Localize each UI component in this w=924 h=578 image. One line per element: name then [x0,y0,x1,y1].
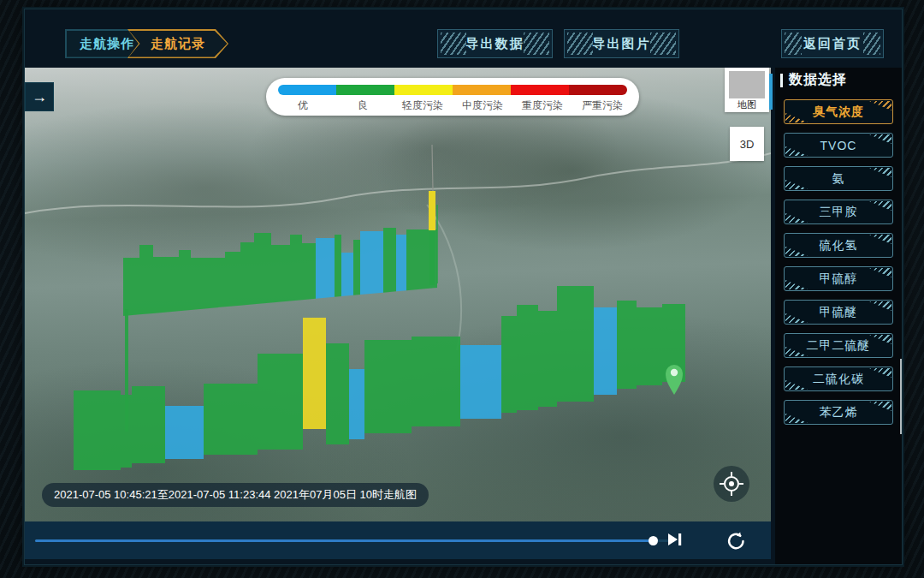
sidebar-item-label: 氨 [832,171,845,187]
progress-thumb[interactable] [649,536,658,545]
hatch-decoration [650,33,676,55]
basemap-thumbnail [729,71,765,98]
progress-track[interactable] [35,539,675,542]
replay-button[interactable] [726,532,745,549]
aqi-legend: 优 良 轻度污染 中度污染 重度污染 严重污染 [266,78,639,116]
corner-decoration [869,301,891,311]
legend-color-excellent [278,85,336,95]
back-home-label: 返回首页 [803,36,862,52]
corner-decoration [869,235,891,244]
sidebar-item-label: 二硫化碳 [813,372,864,387]
sidebar-item-label: 苯乙烯 [820,405,858,420]
pollution-wall-upper [123,228,437,316]
map-pin-icon[interactable] [666,365,683,395]
refresh-icon [726,532,745,551]
crosshair-icon [719,471,744,497]
corner-decoration [869,101,891,110]
legend-label: 中度污染 [453,98,512,113]
progress-fill [35,539,653,542]
corner-decoration [785,146,808,156]
legend-color-light [394,85,453,95]
sidebar-item-methyl-sulfide[interactable]: 甲硫醚 [784,300,893,325]
corner-decoration [785,414,808,423]
export-data-label: 导出数据 [466,36,524,52]
sidebar-item-carbon-disulfide[interactable]: 二硫化碳 [784,366,893,391]
corner-decoration [785,313,808,323]
sidebar-item-trimethylamine[interactable]: 三甲胺 [784,200,893,224]
sidebar-item-label: 臭气浓度 [813,104,864,120]
corner-decoration [785,280,808,289]
legend-label: 良 [333,98,393,113]
sidebar-scrollbar[interactable] [900,359,902,434]
corner-decoration [869,168,891,177]
legend-label: 严重污染 [572,98,632,113]
view-3d-label: 3D [740,138,755,151]
view-3d-button[interactable]: 3D [730,127,764,161]
corner-decoration [869,134,891,144]
basemap-label: 地图 [725,98,769,110]
title-bar-decoration [780,74,783,87]
sidebar-item-label: 甲硫醇 [820,271,858,287]
export-image-label: 导出图片 [593,36,651,52]
sidebar-item-odor-concentration[interactable]: 臭气浓度 [784,99,893,124]
basemap-switcher[interactable]: 地图 [725,68,769,112]
time-range-text: 2021-07-05 10:45:21至2021-07-05 11:23:44 … [54,487,417,503]
corner-decoration [785,347,808,356]
sidebar-item-tvoc[interactable]: TVOC [784,133,893,158]
corner-decoration [785,247,808,256]
corner-decoration [785,213,808,223]
export-data-button[interactable]: 导出数据 [437,29,553,58]
playback-bar [25,521,771,559]
sidebar-title-text: 数据选择 [789,71,847,89]
skip-to-end-button[interactable] [666,532,685,549]
hatch-decoration [785,33,802,55]
arrow-right-icon: → [32,88,47,106]
hatch-decoration [441,33,466,55]
skip-to-end-icon [666,532,684,547]
sidebar-item-methyl-mercaptan[interactable]: 甲硫醇 [784,266,893,291]
tab-label: 走航记录 [127,29,228,58]
divider-accent [769,74,773,110]
legend-color-moderate [453,85,511,95]
legend-label: 轻度污染 [393,98,453,113]
sidebar-item-hydrogen-sulfide[interactable]: 硫化氢 [784,233,893,258]
hatch-decoration [567,33,593,55]
aqi-legend-labels: 优 良 轻度污染 中度污染 重度污染 严重污染 [273,98,632,113]
data-select-sidebar: 数据选择 臭气浓度 TVOC 氨 三甲胺 [775,68,902,564]
sidebar-item-label: 硫化氢 [820,238,858,253]
collapse-arrow-button[interactable]: → [25,82,54,111]
legend-label: 重度污染 [512,98,572,113]
sidebar-item-ammonia[interactable]: 氨 [784,166,893,191]
corner-decoration [869,268,891,277]
legend-label: 优 [273,98,333,113]
tab-cruise-record[interactable]: 走航记录 [127,29,228,58]
sidebar-title: 数据选择 [780,71,902,89]
corner-decoration [869,402,891,411]
sidebar-item-label: TVOC [820,139,857,152]
aqi-legend-colorbar [278,85,627,95]
corner-decoration [869,368,891,378]
sidebar-item-label: 甲硫醚 [820,305,858,320]
corner-decoration [785,113,808,122]
corner-decoration [869,201,891,211]
map-view[interactable]: → 优 良 轻度污染 中度污染 重度污染 严重污染 [25,68,771,521]
sidebar-item-styrene[interactable]: 苯乙烯 [784,400,893,425]
pollution-wall-lower [74,286,685,470]
hatch-decoration [524,33,549,55]
legend-color-heavy [511,85,569,95]
back-home-button[interactable]: 返回首页 [781,29,884,58]
sidebar-item-label: 三甲胺 [820,205,858,220]
legend-color-good [336,85,394,95]
export-image-button[interactable]: 导出图片 [564,29,679,58]
app-panel: 走航操作 走航记录 导出数据 导出图片 返回首页 [24,9,903,565]
corner-decoration [869,335,891,344]
hatch-decoration [863,33,880,55]
sidebar-item-label: 二甲二硫醚 [807,338,871,354]
pollution-walls-layer [25,68,771,521]
corner-decoration [785,380,808,390]
screen: 走航操作 走航记录 导出数据 导出图片 返回首页 [0,0,924,578]
corner-decoration [785,180,808,189]
sidebar-item-dimethyl-disulfide[interactable]: 二甲二硫醚 [784,333,893,358]
locate-button[interactable] [714,466,749,502]
time-range-badge: 2021-07-05 10:45:21至2021-07-05 11:23:44 … [42,483,429,507]
